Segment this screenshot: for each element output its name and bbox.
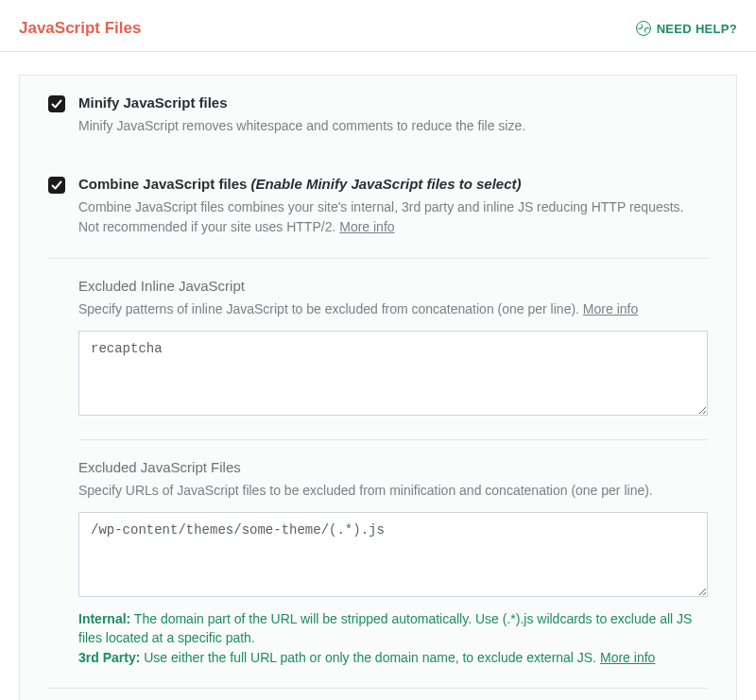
excluded-files-textarea[interactable]: [78, 512, 708, 597]
note-3rdparty-label: 3rd Party:: [78, 650, 140, 665]
note-3rdparty-text: Use either the full URL path or only the…: [140, 650, 600, 665]
checkmark-icon: [51, 179, 62, 191]
excluded-files-more-info-link[interactable]: More info: [600, 650, 655, 665]
note-internal-label: Internal:: [78, 611, 130, 626]
excluded-inline-section: Excluded Inline JavaScript Specify patte…: [20, 259, 736, 439]
excluded-files-title: Excluded JavaScript Files: [78, 459, 708, 475]
minify-title: Minify JavaScript files: [78, 94, 708, 111]
page-header: JavaScript Files NEED HELP?: [0, 0, 756, 52]
settings-panel: Minify JavaScript files Minify JavaScrip…: [19, 75, 737, 700]
need-help-link[interactable]: NEED HELP?: [636, 21, 737, 36]
defer-section: Load JavaScript deferred Load JavaScript…: [20, 689, 736, 700]
combine-section: Combine JavaScript files (Enable Minify …: [20, 157, 736, 258]
minify-checkbox[interactable]: [48, 95, 65, 112]
lifebuoy-icon: [636, 21, 651, 36]
checkmark-icon: [51, 98, 62, 110]
minify-desc: Minify JavaScript removes whitespace and…: [78, 116, 708, 136]
excluded-inline-textarea[interactable]: [78, 331, 708, 416]
note-internal-text: The domain part of the URL will be strip…: [78, 611, 692, 645]
excluded-files-notes: Internal: The domain part of the URL wil…: [78, 609, 708, 667]
combine-more-info-link[interactable]: More info: [339, 219, 394, 234]
combine-title: Combine JavaScript files (Enable Minify …: [78, 176, 708, 192]
excluded-files-desc: Specify URLs of JavaScript files to be e…: [78, 481, 708, 501]
excluded-inline-title: Excluded Inline JavaScript: [78, 278, 708, 294]
page-title: JavaScript Files: [19, 19, 141, 38]
excluded-inline-more-info-link[interactable]: More info: [583, 301, 638, 316]
need-help-label: NEED HELP?: [657, 22, 737, 36]
excluded-inline-desc: Specify patterns of inline JavaScript to…: [78, 299, 708, 319]
combine-hint: (Enable Minify JavaScript files to selec…: [251, 176, 522, 192]
combine-desc: Combine JavaScript files combines your s…: [78, 197, 708, 237]
excluded-files-section: Excluded JavaScript Files Specify URLs o…: [20, 440, 736, 688]
combine-checkbox[interactable]: [48, 177, 65, 194]
minify-section: Minify JavaScript files Minify JavaScrip…: [20, 76, 736, 157]
